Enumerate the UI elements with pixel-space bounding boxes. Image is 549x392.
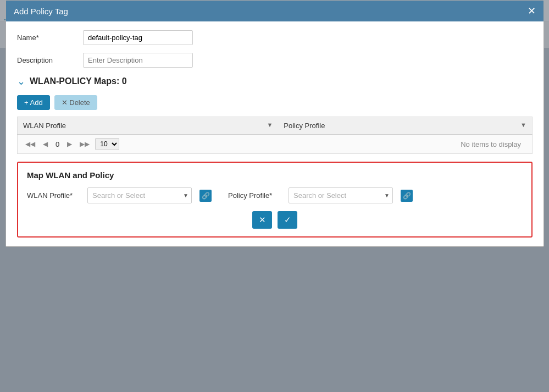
- wlan-link-icon[interactable]: 🔗: [199, 190, 212, 202]
- current-page: 0: [53, 140, 62, 148]
- wlan-add-button[interactable]: + Add: [17, 95, 50, 110]
- modal-overlay: Add Policy Tag ✕ Name* Description ⌄ WLA…: [0, 0, 549, 392]
- map-confirm-button[interactable]: ✓: [278, 211, 297, 229]
- map-actions: ✕ ✓: [27, 211, 523, 229]
- policy-profile-select-wrapper: Search or Select ▼: [289, 187, 393, 203]
- table-pagination: ◀◀ ◀ 0 ▶ ▶▶ 10 25 50 No items to display: [17, 135, 533, 154]
- name-row: Name*: [17, 30, 533, 45]
- name-label: Name*: [17, 34, 83, 42]
- modal-body: Name* Description ⌄ WLAN-POLICY Maps: 0 …: [6, 21, 544, 246]
- map-cancel-button[interactable]: ✕: [252, 211, 272, 229]
- description-input[interactable]: [83, 53, 193, 68]
- modal-title: Add Policy Tag: [14, 7, 68, 16]
- modal-header: Add Policy Tag ✕: [6, 1, 544, 21]
- description-row: Description: [17, 53, 533, 68]
- map-wlan-policy-section: Map WLAN and Policy WLAN Profile* Search…: [17, 162, 533, 238]
- section-title: WLAN-POLICY Maps: 0: [30, 76, 127, 86]
- wlan-profile-select[interactable]: Search or Select: [87, 187, 192, 203]
- wlan-delete-button[interactable]: ✕ Delete: [54, 95, 97, 110]
- policy-link-icon[interactable]: 🔗: [401, 190, 413, 202]
- sub-toolbar: + Add ✕ Delete: [17, 95, 533, 110]
- wlan-policy-section-header: ⌄ WLAN-POLICY Maps: 0: [17, 75, 533, 87]
- policy-profile-label: Policy Profile*: [228, 191, 283, 200]
- last-page-nav[interactable]: ▶▶: [77, 139, 92, 149]
- wlan-profile-label: WLAN Profile*: [27, 191, 82, 200]
- policy-profile-select[interactable]: Search or Select: [289, 187, 393, 203]
- modal-close-button[interactable]: ✕: [528, 6, 536, 16]
- description-label: Description: [17, 56, 83, 64]
- next-page-nav[interactable]: ▶: [65, 139, 74, 149]
- filter-icon-wlan[interactable]: ▼: [267, 122, 273, 128]
- wlan-policy-table: WLAN Profile ▼ Policy Profile ▼: [17, 117, 533, 135]
- col-policy-profile: Policy Profile ▼: [278, 117, 532, 135]
- add-policy-tag-modal: Add Policy Tag ✕ Name* Description ⌄ WLA…: [5, 0, 544, 247]
- page-size-select[interactable]: 10 25 50: [95, 138, 119, 150]
- map-form-row: WLAN Profile* Search or Select ▼ 🔗 Polic…: [27, 187, 523, 203]
- chevron-down-icon[interactable]: ⌄: [17, 75, 25, 87]
- col-wlan-profile: WLAN Profile ▼: [18, 117, 279, 135]
- map-section-title: Map WLAN and Policy: [27, 170, 523, 180]
- no-items-text: No items to display: [461, 140, 526, 148]
- prev-page-nav[interactable]: ◀: [41, 139, 50, 149]
- wlan-profile-select-wrapper: Search or Select ▼: [87, 187, 192, 203]
- filter-icon-policy[interactable]: ▼: [520, 122, 526, 128]
- name-input[interactable]: [83, 30, 193, 45]
- first-page-nav[interactable]: ◀◀: [23, 139, 37, 149]
